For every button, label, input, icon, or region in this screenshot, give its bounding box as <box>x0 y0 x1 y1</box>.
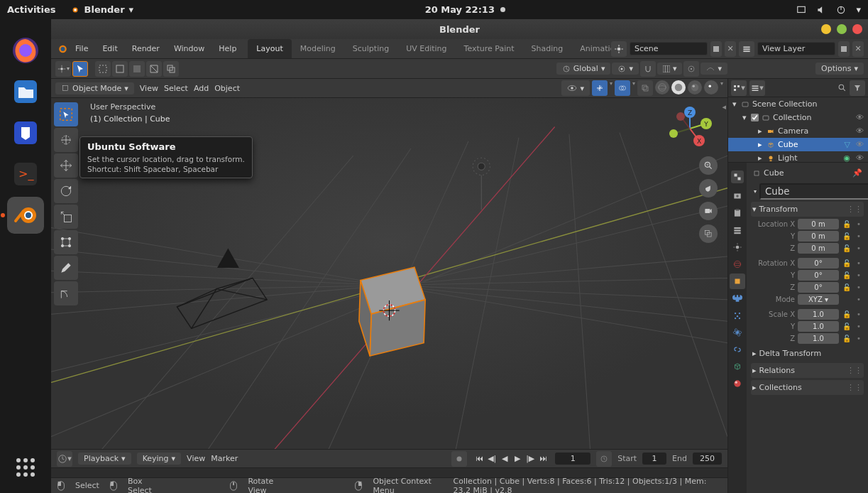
select-extend-icon[interactable] <box>112 61 128 77</box>
snap-toggle[interactable] <box>640 61 656 77</box>
scene-delete-icon[interactable]: ✕ <box>725 41 736 57</box>
mesh-data-icon[interactable]: ▽ <box>845 140 850 149</box>
tab-sculpting[interactable]: Sculpting <box>344 39 397 58</box>
tool-annotate[interactable] <box>54 256 78 280</box>
mode-dropdown[interactable]: Object Mode ▾ <box>55 82 134 94</box>
play-forward[interactable]: ▶ <box>511 453 524 465</box>
power-icon[interactable] <box>836 5 846 15</box>
gnome-clock[interactable]: 20 May 22:13 <box>425 4 505 15</box>
chevron-down-icon[interactable]: ▾ <box>856 4 861 15</box>
gizmo-toggle[interactable] <box>592 80 608 96</box>
tab-output[interactable] <box>730 205 745 221</box>
outliner-item-light[interactable]: ▸Light◉👁 <box>728 151 868 162</box>
rotation-y[interactable]: 0° <box>798 270 839 281</box>
scale-y[interactable]: 1.0 <box>798 321 839 332</box>
select-set-icon[interactable] <box>95 61 111 77</box>
tool-scale[interactable] <box>54 205 78 229</box>
vp-menu-add[interactable]: Add <box>194 84 209 93</box>
viewport-3d[interactable]: User Perspective (1) Collection | Cube U… <box>51 98 727 449</box>
eye-icon[interactable]: 👁 <box>856 126 864 136</box>
tab-physics[interactable] <box>730 325 745 340</box>
options-dropdown[interactable]: Options ▾ <box>815 63 864 75</box>
vp-menu-select[interactable]: Select <box>164 84 188 93</box>
viewlayer-delete-icon[interactable]: ✕ <box>852 41 864 57</box>
lock-icon[interactable]: 🔓 <box>842 283 852 293</box>
timeline-playback-menu[interactable]: Playback ▾ <box>78 453 131 465</box>
tab-animation[interactable]: Animation <box>571 39 611 58</box>
scale-x[interactable]: 1.0 <box>798 309 839 320</box>
nav-camera[interactable] <box>699 202 718 220</box>
tab-render[interactable] <box>730 188 745 204</box>
eye-icon[interactable]: 👁 <box>856 113 864 122</box>
tab-material[interactable] <box>730 376 745 391</box>
dock-firefox[interactable] <box>7 32 44 69</box>
shading-lookdev[interactable] <box>688 80 702 94</box>
play-reverse[interactable]: ◀ <box>498 453 511 465</box>
panel-transform[interactable]: ▾Transform⋮⋮ <box>751 202 864 217</box>
nav-zoom[interactable] <box>699 156 718 175</box>
shading-rendered[interactable] <box>704 80 718 94</box>
window-minimize[interactable] <box>821 24 831 34</box>
screen-icon[interactable] <box>796 5 806 15</box>
menu-help[interactable]: Help <box>211 41 243 56</box>
eye-icon[interactable]: 👁 <box>856 153 864 162</box>
tab-uv-editing[interactable]: UV Editing <box>397 39 455 58</box>
nav-gizmo[interactable]: Y Z X <box>665 104 715 153</box>
pin-icon[interactable]: 📌 <box>852 168 862 178</box>
lock-icon[interactable]: 🔓 <box>842 271 852 281</box>
auto-keying-toggle[interactable] <box>451 451 467 467</box>
viewlayer-browse-icon[interactable] <box>739 41 754 57</box>
dock-files[interactable] <box>7 73 44 110</box>
tool-select-box[interactable] <box>54 102 78 126</box>
rotation-mode[interactable]: XYZ ▾ <box>798 294 839 305</box>
end-frame[interactable]: 250 <box>693 453 722 465</box>
panel-relations[interactable]: ▸Relations⋮⋮ <box>751 363 864 378</box>
proportional-dropdown[interactable]: ▾ <box>701 63 727 75</box>
tab-texture-paint[interactable]: Texture Paint <box>456 39 523 58</box>
window-maximize[interactable] <box>837 24 847 34</box>
transform-orientation-dropdown[interactable]: Global ▾ <box>556 63 611 75</box>
timeline-editor-icon[interactable]: ▾ <box>57 451 72 467</box>
tool-cursor[interactable] <box>54 128 78 152</box>
menu-window[interactable]: Window <box>167 41 211 56</box>
tab-mesh[interactable] <box>730 359 745 374</box>
dock-terminal[interactable]: >_ <box>7 156 44 193</box>
menu-file[interactable]: File <box>68 41 95 56</box>
editor-type-icon[interactable]: ▾ <box>55 61 71 77</box>
tab-shading[interactable]: Shading <box>523 39 572 58</box>
rotation-x[interactable]: 0° <box>798 258 839 269</box>
location-x[interactable]: 0 m <box>798 219 839 229</box>
outliner-item-cube[interactable]: ▸Cube▽👁 <box>728 138 868 151</box>
keyframe-prev[interactable]: ◀| <box>485 453 498 465</box>
vp-menu-view[interactable]: View <box>140 84 158 93</box>
tab-viewlayer[interactable] <box>730 222 745 238</box>
scene-new-icon[interactable] <box>710 41 722 57</box>
pivot-dropdown[interactable]: ▾ <box>612 63 639 75</box>
scene-name-input[interactable] <box>630 42 708 55</box>
outliner-editor-icon[interactable]: ▾ <box>731 80 747 96</box>
tab-world[interactable] <box>730 256 745 272</box>
tab-constraints[interactable] <box>730 342 745 357</box>
scale-z[interactable]: 1.0 <box>798 333 839 344</box>
timeline-view-menu[interactable]: View <box>187 454 205 463</box>
select-invert-icon[interactable] <box>146 61 162 77</box>
viewlayer-new-icon[interactable] <box>838 41 850 57</box>
overlays-toggle[interactable] <box>615 80 630 96</box>
rotation-z[interactable]: 0° <box>798 282 839 293</box>
lock-icon[interactable]: 🔓 <box>842 310 852 320</box>
eye-icon[interactable]: 👁 <box>856 140 864 149</box>
visibility-dropdown[interactable]: ▾ <box>561 80 590 96</box>
menu-render[interactable]: Render <box>125 41 167 56</box>
outliner-scene-collection[interactable]: ▾Scene Collection <box>728 97 868 111</box>
preview-range-icon[interactable] <box>596 451 612 467</box>
gnome-activities[interactable]: Activities <box>7 4 56 15</box>
panel-collections[interactable]: ▸Collections⋮⋮ <box>751 380 864 395</box>
outliner-collection[interactable]: ▾Collection👁 <box>728 111 868 124</box>
select-intersect-icon[interactable] <box>163 61 179 77</box>
tool-measure[interactable] <box>54 281 78 305</box>
shading-dropdown[interactable]: ▾ <box>720 80 723 96</box>
shading-wireframe[interactable] <box>655 80 669 94</box>
blender-logo-icon[interactable] <box>55 43 68 55</box>
tab-modifiers[interactable] <box>730 291 745 306</box>
tool-rotate[interactable] <box>54 179 78 203</box>
